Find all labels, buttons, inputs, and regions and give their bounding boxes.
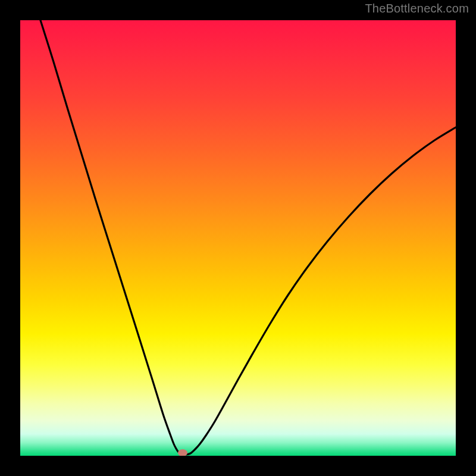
bottleneck-curve (40, 20, 456, 455)
chart-frame: TheBottleneck.com (0, 0, 476, 476)
optimal-point-marker (178, 449, 187, 456)
plot-area (20, 20, 456, 456)
curve-svg (20, 20, 456, 456)
watermark-text: TheBottleneck.com (365, 2, 469, 15)
